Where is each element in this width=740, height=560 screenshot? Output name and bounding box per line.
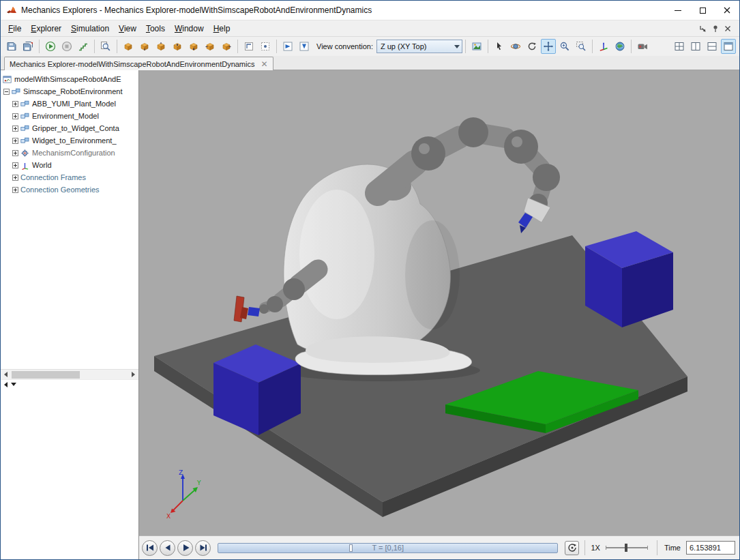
speed-slider-thumb[interactable] <box>625 544 627 552</box>
axis-z-label: Z <box>179 469 183 476</box>
tree-item-abb-yumi-plant-model[interactable]: ABB_YUMI_Plant_Model <box>1 98 138 110</box>
close-button[interactable] <box>715 1 739 20</box>
subsystem-icon <box>20 124 30 133</box>
view-convention-label: View convention: <box>316 42 373 50</box>
expand-expander-icon[interactable] <box>12 113 18 119</box>
step-forward-button[interactable] <box>195 540 211 556</box>
left-gripper-blue[interactable] <box>248 307 260 316</box>
scroll-right-icon[interactable] <box>128 370 138 380</box>
play-button[interactable] <box>177 540 193 556</box>
chevron-down-icon <box>452 45 462 48</box>
triad-icon[interactable] <box>596 39 611 54</box>
pan-icon[interactable] <box>541 39 556 54</box>
show-com-icon[interactable] <box>258 39 273 54</box>
menu-simulation[interactable]: Simulation <box>66 22 114 35</box>
titlebar: Mechanics Explorers - Mechanics Explorer… <box>1 1 739 20</box>
loop-button[interactable] <box>565 541 579 555</box>
collapse-left-icon[interactable] <box>4 382 8 387</box>
tree-item-connection-geometries[interactable]: Connection Geometries <box>1 183 138 196</box>
scene-icon[interactable] <box>469 39 484 54</box>
menu-explorer[interactable]: Explorer <box>26 22 66 35</box>
pin-icon[interactable] <box>712 25 719 33</box>
fit-to-view-icon[interactable] <box>280 39 295 54</box>
right-view-icon[interactable] <box>219 39 234 54</box>
minimize-button[interactable] <box>666 1 690 20</box>
zoom-fit-icon[interactable] <box>98 39 113 54</box>
top-view-icon[interactable] <box>170 39 185 54</box>
expand-expander-icon[interactable] <box>12 126 18 132</box>
stop-icon[interactable] <box>59 39 74 54</box>
run-icon[interactable] <box>43 39 58 54</box>
front-view-icon[interactable] <box>137 39 152 54</box>
tree-item-world[interactable]: World <box>1 159 138 171</box>
time-input[interactable] <box>686 541 735 555</box>
tab-close-icon[interactable]: ✕ <box>261 60 267 68</box>
tree-item-model-root[interactable]: modelWithSimscapeRobotAndE <box>1 73 138 85</box>
expand-expander-icon[interactable] <box>12 175 18 181</box>
view-convention-dropdown[interactable]: Z up (XY Top) <box>376 40 462 53</box>
blue-box-right[interactable] <box>585 231 673 327</box>
tree-item-label: MechanismConfiguration <box>32 149 115 157</box>
step-icon[interactable] <box>76 39 91 54</box>
time-slider[interactable]: T = [0,16] <box>218 543 558 553</box>
time-slider-thumb[interactable] <box>349 544 353 552</box>
zoom-region-icon[interactable] <box>574 39 589 54</box>
matlab-logo-icon <box>6 5 17 16</box>
layout-rows-icon[interactable] <box>705 39 720 54</box>
step-back-button[interactable] <box>160 540 175 556</box>
layout-grid-icon[interactable] <box>672 39 687 54</box>
axis-y-label: Y <box>196 480 201 486</box>
menu-view[interactable]: View <box>114 22 141 35</box>
view-convention-value: Z up (XY Top) <box>381 42 426 50</box>
close-pane-icon[interactable] <box>724 25 731 32</box>
expand-expander-icon[interactable] <box>12 187 18 193</box>
scroll-left-icon[interactable] <box>1 370 11 380</box>
show-frames-icon[interactable] <box>241 39 256 54</box>
menu-help[interactable]: Help <box>209 22 235 35</box>
left-view-icon[interactable] <box>203 39 218 54</box>
collapse-expander-icon[interactable] <box>3 89 10 95</box>
expand-expander-icon[interactable] <box>12 101 18 107</box>
viewport-3d[interactable]: Z Y X <box>139 70 739 535</box>
zoom-icon[interactable] <box>557 39 572 54</box>
go-to-start-button[interactable] <box>142 540 158 556</box>
tree-item-label: Connection Frames <box>20 173 86 181</box>
orbit-icon[interactable] <box>508 39 523 54</box>
back-view-icon[interactable] <box>153 39 168 54</box>
collapse-down-icon[interactable] <box>11 383 16 386</box>
record-icon[interactable] <box>635 39 650 54</box>
undock-arrow-icon[interactable] <box>698 25 707 33</box>
expand-expander-icon[interactable] <box>12 138 18 144</box>
tree-horizontal-scrollbar[interactable] <box>1 369 138 379</box>
tree-item-widget-to-environment[interactable]: Widget_to_Environment_ <box>1 134 138 147</box>
pane-splitter[interactable] <box>1 379 138 389</box>
axis-x-label: X <box>166 513 171 520</box>
layout-columns-icon[interactable] <box>688 39 703 54</box>
menu-window[interactable]: Window <box>170 22 209 35</box>
save-all-icon[interactable] <box>20 39 35 54</box>
tree-item-gripper-to-widget[interactable]: Gripper_to_Widget_Conta <box>1 122 138 134</box>
tree-item-label: Gripper_to_Widget_Conta <box>32 124 119 132</box>
tree-item-environment-model[interactable]: Environment_Model <box>1 110 138 122</box>
menu-file[interactable]: File <box>3 22 26 35</box>
isometric-view-icon[interactable] <box>121 39 136 54</box>
tree-item-connection-frames[interactable]: Connection Frames <box>1 171 138 183</box>
bottom-view-icon[interactable] <box>186 39 201 54</box>
menu-tools[interactable]: Tools <box>141 22 170 35</box>
tree-item-simscape-robotenvironment[interactable]: Simscape_RobotEnvironment <box>1 85 138 98</box>
tree-item-label: Environment_Model <box>32 112 99 120</box>
reset-view-icon[interactable] <box>297 39 312 54</box>
globe-icon[interactable] <box>612 39 627 54</box>
save-icon[interactable] <box>4 39 19 54</box>
expand-expander-icon[interactable] <box>12 162 18 168</box>
pointer-icon[interactable] <box>492 39 507 54</box>
layout-single-icon[interactable] <box>721 39 736 54</box>
expand-expander-icon[interactable] <box>12 150 18 156</box>
model-tree-panel: modelWithSimscapeRobotAndE Simscape_Robo… <box>1 70 139 559</box>
speed-slider[interactable] <box>606 543 648 552</box>
scrollbar-thumb[interactable] <box>12 371 80 379</box>
roll-icon[interactable] <box>524 39 539 54</box>
tab-mechanics-explorer[interactable]: Mechanics Explorer-modelWithSimscapeRobo… <box>4 57 273 70</box>
maximize-button[interactable] <box>690 1 715 20</box>
tree-item-mechanism-configuration[interactable]: MechanismConfiguration <box>1 147 138 159</box>
